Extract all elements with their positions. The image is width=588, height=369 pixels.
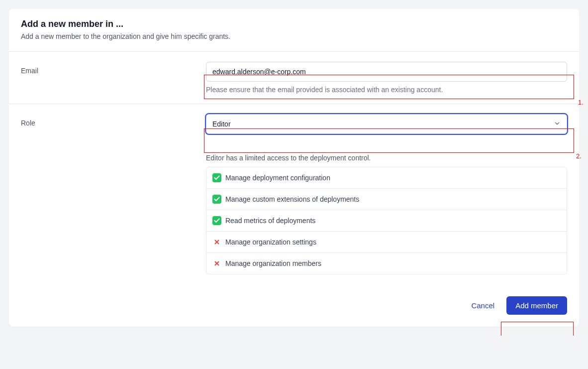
permission-item: Manage organization members <box>206 252 567 274</box>
check-icon <box>212 173 221 182</box>
email-help-text: Please ensure that the email provided is… <box>206 86 567 94</box>
dialog-footer: Cancel Add member <box>9 284 579 327</box>
email-label: Email <box>21 67 38 75</box>
role-section: Role Editor <box>9 104 579 144</box>
add-member-button[interactable]: Add member <box>506 296 567 315</box>
email-section: Email Please ensure that the email provi… <box>9 51 579 104</box>
permission-label: Read metrics of deployments <box>225 217 315 225</box>
permission-label: Manage deployment configuration <box>225 174 330 182</box>
permission-label: Manage organization members <box>225 259 321 267</box>
role-selected-value: Editor <box>212 120 231 128</box>
role-label: Role <box>21 119 35 127</box>
permission-item: Manage custom extensions of deployments <box>206 188 567 210</box>
permission-item: Manage deployment configuration <box>206 167 567 188</box>
permission-label: Manage organization settings <box>225 238 316 246</box>
add-member-dialog: Add a new member in ... Add a new member… <box>9 9 579 327</box>
permission-label: Manage custom extensions of deployments <box>225 195 359 203</box>
permission-item: Manage organization settings <box>206 231 567 252</box>
cross-icon <box>212 259 221 268</box>
permissions-section: Editor has a limited access to the deplo… <box>9 144 579 284</box>
check-icon <box>212 195 221 204</box>
email-field[interactable] <box>206 62 567 82</box>
cancel-button[interactable]: Cancel <box>471 301 494 310</box>
check-icon <box>212 216 221 225</box>
chevron-down-icon <box>554 120 561 128</box>
role-select[interactable]: Editor <box>206 114 567 134</box>
cross-icon <box>212 238 221 246</box>
dialog-header: Add a new member in ... Add a new member… <box>9 9 579 51</box>
permissions-description: Editor has a limited access to the deplo… <box>206 154 567 162</box>
dialog-title: Add a new member in ... <box>21 19 567 29</box>
dialog-subtitle: Add a new member to the organization and… <box>21 32 567 40</box>
permission-item: Read metrics of deployments <box>206 210 567 231</box>
permissions-list: Manage deployment configurationManage cu… <box>206 167 567 274</box>
